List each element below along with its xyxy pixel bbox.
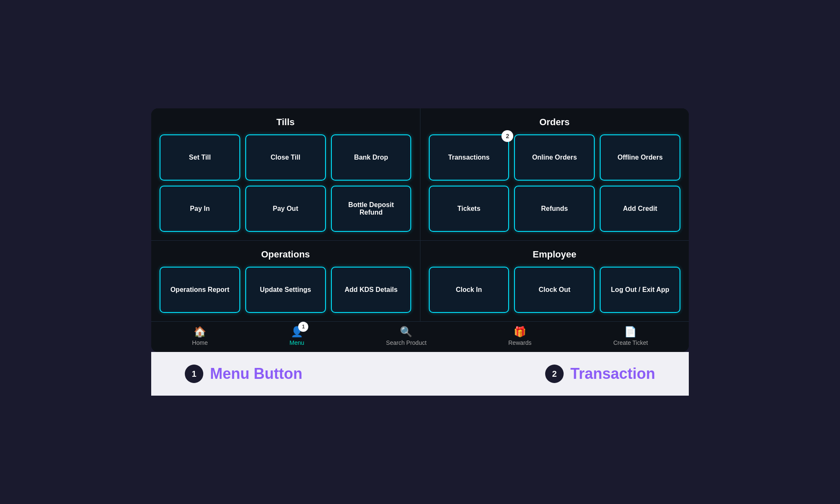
online-orders-button[interactable]: Online Orders bbox=[514, 134, 595, 181]
tills-panel: Tills Set Till Close Till Bank Drop Pay … bbox=[151, 108, 420, 240]
close-till-button[interactable]: Close Till bbox=[245, 134, 326, 181]
nav-rewards-label: Rewards bbox=[508, 339, 531, 346]
nav-create-ticket[interactable]: 📄 Create Ticket bbox=[613, 326, 648, 346]
top-panels: Tills Set Till Close Till Bank Drop Pay … bbox=[151, 108, 689, 240]
transactions-badge: 2 bbox=[501, 130, 513, 142]
search-product-icon: 🔍 bbox=[400, 326, 412, 338]
add-kds-details-button[interactable]: Add KDS Details bbox=[331, 267, 412, 313]
clock-in-button[interactable]: Clock In bbox=[429, 267, 509, 313]
nav-rewards[interactable]: 🎁 Rewards bbox=[508, 326, 531, 346]
annotation-2-circle: 2 bbox=[545, 365, 564, 383]
transactions-button[interactable]: Transactions 2 bbox=[429, 134, 509, 181]
update-settings-button[interactable]: Update Settings bbox=[245, 267, 326, 313]
annotation-2-label: Transaction bbox=[570, 365, 655, 383]
operations-grid: Operations Report Update Settings Add KD… bbox=[160, 267, 412, 313]
nav-home-label: Home bbox=[192, 339, 207, 346]
employee-title: Employee bbox=[429, 249, 681, 260]
annotations-row: 1 Menu Button 2 Transaction bbox=[151, 352, 689, 396]
add-credit-button[interactable]: Add Credit bbox=[600, 186, 680, 232]
clock-out-button[interactable]: Clock Out bbox=[514, 267, 595, 313]
operations-report-button[interactable]: Operations Report bbox=[160, 267, 240, 313]
log-out-button[interactable]: Log Out / Exit App bbox=[600, 267, 680, 313]
bank-drop-button[interactable]: Bank Drop bbox=[331, 134, 412, 181]
menu-badge: 1 bbox=[298, 322, 308, 332]
create-ticket-icon: 📄 bbox=[624, 326, 637, 338]
set-till-button[interactable]: Set Till bbox=[160, 134, 240, 181]
pay-out-button[interactable]: Pay Out bbox=[245, 186, 326, 232]
employee-panel: Employee Clock In Clock Out Log Out / Ex… bbox=[420, 241, 689, 321]
tills-grid: Set Till Close Till Bank Drop Pay In Pay… bbox=[160, 134, 412, 232]
bottle-deposit-refund-button[interactable]: Bottle Deposit Refund bbox=[331, 186, 412, 232]
home-icon: 🏠 bbox=[194, 326, 206, 338]
nav-search-label: Search Product bbox=[386, 339, 427, 346]
operations-panel: Operations Operations Report Update Sett… bbox=[151, 241, 420, 321]
bottom-panels: Operations Operations Report Update Sett… bbox=[151, 241, 689, 321]
annotation-1-circle: 1 bbox=[185, 365, 203, 383]
offline-orders-button[interactable]: Offline Orders bbox=[600, 134, 680, 181]
nav-menu[interactable]: 1 👤 Menu bbox=[289, 326, 304, 346]
nav-home[interactable]: 🏠 Home bbox=[192, 326, 207, 346]
nav-menu-label: Menu bbox=[289, 339, 304, 346]
tickets-button[interactable]: Tickets bbox=[429, 186, 509, 232]
orders-grid: Transactions 2 Online Orders Offline Ord… bbox=[429, 134, 681, 232]
rewards-icon: 🎁 bbox=[514, 326, 526, 338]
orders-panel: Orders Transactions 2 Online Orders Offl… bbox=[420, 108, 689, 240]
employee-grid: Clock In Clock Out Log Out / Exit App bbox=[429, 267, 681, 313]
refunds-button[interactable]: Refunds bbox=[514, 186, 595, 232]
bottom-nav: 🏠 Home 1 👤 Menu 🔍 Search Product 🎁 Rewar… bbox=[151, 321, 689, 352]
annotation-2: 2 Transaction bbox=[545, 365, 655, 383]
tills-title: Tills bbox=[160, 117, 412, 128]
annotation-1-label: Menu Button bbox=[210, 365, 302, 383]
pay-in-button[interactable]: Pay In bbox=[160, 186, 240, 232]
annotation-1: 1 Menu Button bbox=[185, 365, 302, 383]
orders-title: Orders bbox=[429, 117, 681, 128]
nav-search-product[interactable]: 🔍 Search Product bbox=[386, 326, 427, 346]
nav-create-ticket-label: Create Ticket bbox=[613, 339, 648, 346]
operations-title: Operations bbox=[160, 249, 412, 260]
